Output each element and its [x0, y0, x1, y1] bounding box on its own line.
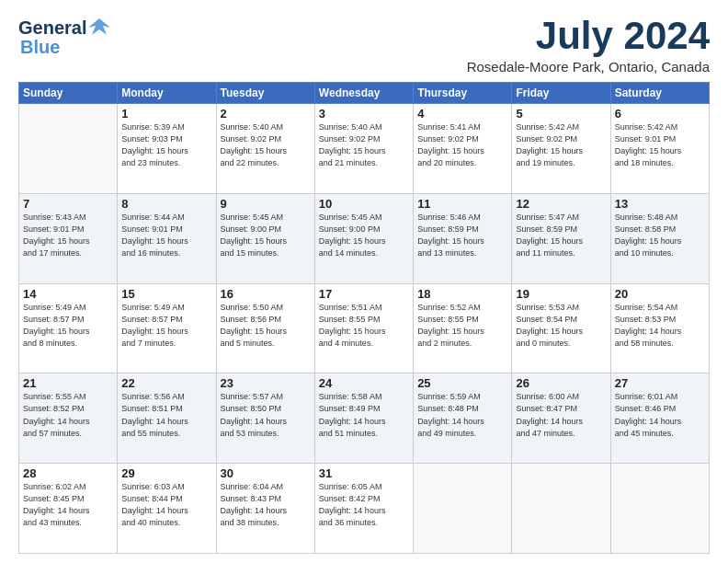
calendar-cell: 17Sunrise: 5:51 AM Sunset: 8:55 PM Dayli…	[314, 283, 413, 373]
calendar-cell: 26Sunrise: 6:00 AM Sunset: 8:47 PM Dayli…	[512, 373, 610, 464]
main-title: July 2024	[467, 15, 710, 57]
calendar-cell	[610, 464, 709, 554]
day-info: Sunrise: 5:44 AM Sunset: 9:01 PM Dayligh…	[121, 212, 211, 259]
calendar-header-row: SundayMondayTuesdayWednesdayThursdayFrid…	[19, 83, 710, 104]
day-number: 15	[121, 287, 211, 301]
day-number: 16	[221, 287, 311, 301]
calendar-cell: 29Sunrise: 6:03 AM Sunset: 8:44 PM Dayli…	[118, 464, 216, 554]
day-number: 17	[319, 287, 409, 301]
calendar-cell: 25Sunrise: 5:59 AM Sunset: 8:48 PM Dayli…	[414, 373, 512, 464]
calendar-cell: 19Sunrise: 5:53 AM Sunset: 8:54 PM Dayli…	[512, 283, 610, 373]
day-number: 30	[221, 466, 311, 480]
calendar-cell: 28Sunrise: 6:02 AM Sunset: 8:45 PM Dayli…	[19, 464, 118, 554]
calendar-cell: 9Sunrise: 5:45 AM Sunset: 9:00 PM Daylig…	[216, 193, 314, 283]
day-info: Sunrise: 5:42 AM Sunset: 9:01 PM Dayligh…	[615, 121, 705, 169]
day-number: 29	[121, 466, 211, 480]
day-info: Sunrise: 5:40 AM Sunset: 9:02 PM Dayligh…	[319, 121, 409, 169]
day-number: 14	[23, 287, 113, 301]
day-info: Sunrise: 5:50 AM Sunset: 8:56 PM Dayligh…	[221, 302, 311, 350]
calendar-cell: 16Sunrise: 5:50 AM Sunset: 8:56 PM Dayli…	[216, 283, 314, 373]
day-info: Sunrise: 5:58 AM Sunset: 8:49 PM Dayligh…	[319, 391, 409, 439]
day-number: 22	[121, 376, 211, 390]
calendar-cell: 8Sunrise: 5:44 AM Sunset: 9:01 PM Daylig…	[118, 193, 216, 283]
calendar-cell: 2Sunrise: 5:40 AM Sunset: 9:02 PM Daylig…	[216, 104, 314, 194]
day-info: Sunrise: 6:04 AM Sunset: 8:43 PM Dayligh…	[221, 481, 311, 529]
day-info: Sunrise: 5:56 AM Sunset: 8:51 PM Dayligh…	[121, 391, 211, 439]
day-number: 3	[319, 107, 409, 121]
calendar-cell: 27Sunrise: 6:01 AM Sunset: 8:46 PM Dayli…	[610, 373, 709, 464]
calendar-cell: 3Sunrise: 5:40 AM Sunset: 9:02 PM Daylig…	[314, 104, 413, 194]
calendar: SundayMondayTuesdayWednesdayThursdayFrid…	[18, 82, 710, 554]
day-info: Sunrise: 5:51 AM Sunset: 8:55 PM Dayligh…	[319, 302, 409, 350]
day-info: Sunrise: 5:45 AM Sunset: 9:00 PM Dayligh…	[221, 212, 311, 259]
day-info: Sunrise: 5:52 AM Sunset: 8:55 PM Dayligh…	[417, 302, 507, 350]
day-info: Sunrise: 6:05 AM Sunset: 8:42 PM Dayligh…	[319, 481, 409, 529]
day-info: Sunrise: 5:46 AM Sunset: 8:59 PM Dayligh…	[417, 212, 507, 259]
page: General Blue July 2024 Rosedale-Moore Pa…	[0, 0, 728, 563]
calendar-header-friday: Friday	[512, 83, 610, 104]
day-info: Sunrise: 5:49 AM Sunset: 8:57 PM Dayligh…	[23, 302, 113, 350]
calendar-cell: 12Sunrise: 5:47 AM Sunset: 8:59 PM Dayli…	[512, 193, 610, 283]
calendar-cell: 21Sunrise: 5:55 AM Sunset: 8:52 PM Dayli…	[19, 373, 118, 464]
day-info: Sunrise: 6:03 AM Sunset: 8:44 PM Dayligh…	[121, 481, 211, 529]
calendar-header-sunday: Sunday	[19, 83, 118, 104]
calendar-cell: 20Sunrise: 5:54 AM Sunset: 8:53 PM Dayli…	[610, 283, 709, 373]
day-number: 6	[615, 107, 705, 121]
calendar-week-2: 14Sunrise: 5:49 AM Sunset: 8:57 PM Dayli…	[19, 283, 710, 373]
day-number: 7	[23, 197, 113, 211]
day-info: Sunrise: 6:01 AM Sunset: 8:46 PM Dayligh…	[615, 391, 705, 439]
logo-general: General	[18, 17, 86, 39]
calendar-week-1: 7Sunrise: 5:43 AM Sunset: 9:01 PM Daylig…	[19, 193, 710, 283]
day-info: Sunrise: 5:57 AM Sunset: 8:50 PM Dayligh…	[221, 391, 311, 439]
day-info: Sunrise: 5:49 AM Sunset: 8:57 PM Dayligh…	[121, 302, 211, 350]
calendar-cell: 1Sunrise: 5:39 AM Sunset: 9:03 PM Daylig…	[118, 104, 216, 194]
day-info: Sunrise: 5:45 AM Sunset: 9:00 PM Dayligh…	[319, 212, 409, 259]
day-number: 31	[319, 466, 409, 480]
day-number: 5	[516, 107, 606, 121]
calendar-cell: 6Sunrise: 5:42 AM Sunset: 9:01 PM Daylig…	[610, 104, 709, 194]
day-number: 9	[221, 197, 311, 211]
subtitle: Rosedale-Moore Park, Ontario, Canada	[467, 59, 710, 75]
calendar-cell: 30Sunrise: 6:04 AM Sunset: 8:43 PM Dayli…	[216, 464, 314, 554]
day-number: 8	[121, 197, 211, 211]
calendar-week-4: 28Sunrise: 6:02 AM Sunset: 8:45 PM Dayli…	[19, 464, 710, 554]
day-number: 18	[417, 287, 507, 301]
day-info: Sunrise: 5:47 AM Sunset: 8:59 PM Dayligh…	[516, 212, 606, 259]
calendar-cell: 7Sunrise: 5:43 AM Sunset: 9:01 PM Daylig…	[19, 193, 118, 283]
calendar-cell	[19, 104, 118, 194]
day-info: Sunrise: 5:53 AM Sunset: 8:54 PM Dayligh…	[516, 302, 606, 350]
day-number: 26	[516, 376, 606, 390]
day-info: Sunrise: 5:59 AM Sunset: 8:48 PM Dayligh…	[417, 391, 507, 439]
day-number: 1	[121, 107, 211, 121]
calendar-header-saturday: Saturday	[610, 83, 709, 104]
day-number: 20	[615, 287, 705, 301]
day-info: Sunrise: 5:54 AM Sunset: 8:53 PM Dayligh…	[615, 302, 705, 350]
title-block: July 2024 Rosedale-Moore Park, Ontario, …	[467, 15, 710, 75]
header: General Blue July 2024 Rosedale-Moore Pa…	[18, 15, 710, 75]
calendar-week-0: 1Sunrise: 5:39 AM Sunset: 9:03 PM Daylig…	[19, 104, 710, 194]
calendar-header-thursday: Thursday	[414, 83, 512, 104]
day-number: 21	[23, 376, 113, 390]
calendar-week-3: 21Sunrise: 5:55 AM Sunset: 8:52 PM Dayli…	[19, 373, 710, 464]
calendar-cell: 22Sunrise: 5:56 AM Sunset: 8:51 PM Dayli…	[118, 373, 216, 464]
calendar-cell	[414, 464, 512, 554]
calendar-cell: 14Sunrise: 5:49 AM Sunset: 8:57 PM Dayli…	[19, 283, 118, 373]
day-number: 28	[23, 466, 113, 480]
day-number: 10	[319, 197, 409, 211]
day-number: 24	[319, 376, 409, 390]
day-info: Sunrise: 6:00 AM Sunset: 8:47 PM Dayligh…	[516, 391, 606, 439]
day-info: Sunrise: 5:48 AM Sunset: 8:58 PM Dayligh…	[615, 212, 705, 259]
day-info: Sunrise: 5:41 AM Sunset: 9:02 PM Dayligh…	[417, 121, 507, 169]
logo-blue: Blue	[20, 37, 60, 58]
day-number: 4	[417, 107, 507, 121]
svg-marker-0	[88, 18, 110, 35]
day-info: Sunrise: 6:02 AM Sunset: 8:45 PM Dayligh…	[23, 481, 113, 529]
calendar-cell: 24Sunrise: 5:58 AM Sunset: 8:49 PM Dayli…	[314, 373, 413, 464]
day-number: 13	[615, 197, 705, 211]
calendar-cell: 5Sunrise: 5:42 AM Sunset: 9:02 PM Daylig…	[512, 104, 610, 194]
calendar-cell: 4Sunrise: 5:41 AM Sunset: 9:02 PM Daylig…	[414, 104, 512, 194]
calendar-header-monday: Monday	[118, 83, 216, 104]
logo-bird-icon	[86, 15, 112, 40]
day-info: Sunrise: 5:43 AM Sunset: 9:01 PM Dayligh…	[23, 212, 113, 259]
day-number: 11	[417, 197, 507, 211]
